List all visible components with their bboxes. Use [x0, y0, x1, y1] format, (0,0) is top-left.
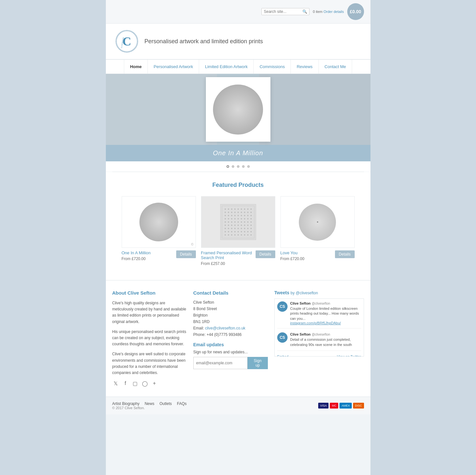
hero-image-container [106, 74, 370, 145]
tweet-avatar-2: CS [277, 332, 288, 343]
svg-point-22 [250, 212, 252, 213]
svg-point-79 [231, 234, 232, 236]
svg-point-74 [244, 231, 245, 232]
product-details-btn-3[interactable]: Details [335, 250, 355, 258]
footer-about-col: About Clive Sefton Clive's high quality … [112, 290, 187, 387]
googleplus-icon[interactable]: + [151, 380, 158, 387]
email-updates-input[interactable] [193, 357, 248, 369]
instagram-icon[interactable]: ▢ [132, 380, 139, 387]
view-on-twitter-link[interactable]: View on Twitter [337, 355, 361, 357]
top-bar: 🔍 0 item Order details £0.00 [106, 0, 370, 24]
featured-title: Featured Products [112, 182, 364, 188]
tweet-text-2: Detail of a commission just completed, c… [290, 337, 361, 347]
svg-point-31 [250, 215, 252, 216]
svg-point-19 [241, 212, 242, 213]
svg-point-58 [250, 225, 252, 226]
product-art-circle-1 [139, 203, 178, 241]
svg-point-80 [234, 234, 236, 236]
footer-link-news[interactable]: News [145, 401, 154, 406]
order-details-link[interactable]: Order details [324, 10, 344, 14]
tweet-content-2: Clive Sefton @clivesefton Detail of a co… [290, 332, 361, 347]
svg-point-69 [228, 231, 229, 232]
main-nav: Home Personalised Artwork Limited Editio… [106, 59, 370, 74]
contact-phone: Phone: +44 (0)7775 993486 [193, 332, 268, 337]
svg-point-47 [244, 221, 245, 223]
footer-about-para1: Clive's high quality designs are meticul… [112, 300, 187, 325]
amex-icon: AMEX [339, 403, 352, 409]
contact-phone-label: Phone: [193, 332, 206, 337]
svg-point-29 [244, 215, 245, 216]
slider-dot-1[interactable] [227, 165, 229, 168]
contact-phone-number: +44 (0)7775 993486 [207, 332, 241, 337]
contact-address2: Brighton [193, 313, 268, 318]
svg-point-14 [225, 212, 226, 213]
nav-contact-me[interactable]: Contact Me [319, 60, 352, 74]
contact-name: Clive Sefton [193, 300, 268, 305]
svg-point-45 [238, 221, 239, 223]
product-card-2: // Grid dots rendered via SVG inline [201, 196, 275, 270]
footer-about-title: About Clive Sefton [112, 290, 187, 296]
tweet-item-1: CS Clive Sefton @clivesefton Couple of L… [277, 301, 361, 328]
tweets-header: Tweets by @clivesefton [274, 290, 364, 295]
contact-email-label: Email: [193, 326, 204, 330]
tweet-avatar-1: CS [277, 301, 288, 312]
svg-point-13 [250, 208, 252, 210]
footer-about-para2: His unique personalised word search prin… [112, 329, 187, 348]
svg-point-39 [247, 218, 248, 219]
embed-link[interactable]: Embed [277, 355, 289, 357]
email-updates-text: Sign up for news and updates... [193, 350, 268, 354]
nav-personalised-artwork[interactable]: Personalised Artwork [148, 60, 199, 74]
search-button[interactable]: 🔍 [302, 9, 307, 14]
hero-bg-left [106, 74, 217, 145]
svg-point-35 [234, 218, 236, 219]
svg-point-53 [234, 225, 236, 226]
cart-info: 0 item Order details [313, 10, 344, 14]
tweets-label: Tweets [274, 290, 289, 295]
tweet-link-1[interactable]: instagram.com/p/BRf5JhpDAbu/ [290, 321, 341, 325]
tweet-name-2: Clive Sefton [290, 332, 311, 336]
product-details-btn-2[interactable]: Details [256, 250, 275, 258]
footer-link-faqs[interactable]: FAQs [177, 401, 187, 406]
contact-email-link[interactable]: clive@clivesefton.co.uk [205, 326, 245, 330]
footer-tweets-col: Tweets by @clivesefton CS Clive Sefton @… [274, 290, 364, 387]
svg-text:C: C [122, 35, 131, 48]
svg-point-62 [234, 228, 236, 229]
svg-point-82 [241, 234, 242, 236]
svg-point-75 [247, 231, 248, 232]
hero-bg-right [259, 74, 370, 145]
discover-icon: DISC [353, 403, 364, 409]
slider-dot-4[interactable] [242, 165, 245, 168]
svg-point-33 [228, 218, 229, 219]
product-watermark-1: © [191, 243, 193, 246]
slider-dot-3[interactable] [237, 165, 239, 168]
svg-point-17 [234, 212, 236, 213]
svg-point-41 [225, 221, 226, 223]
tweets-actions: Embed View on Twitter [277, 355, 361, 357]
footer-link-outlets[interactable]: Outlets [159, 401, 172, 406]
footer-link-biography[interactable]: Artist Biography [112, 401, 140, 406]
svg-point-30 [247, 215, 248, 216]
search-form[interactable]: 🔍 [261, 8, 309, 15]
product-details-btn-1[interactable]: Details [176, 250, 196, 258]
svg-point-48 [247, 221, 248, 223]
nav-commissions[interactable]: Commissions [254, 60, 291, 74]
pinterest-icon[interactable]: ◯ [141, 380, 148, 387]
svg-point-6 [228, 208, 229, 210]
product-name-1: One In A Million [122, 250, 151, 255]
slider-dot-5[interactable] [247, 165, 250, 168]
slider-dot-2[interactable] [232, 165, 234, 168]
svg-point-7 [231, 208, 232, 210]
nav-limited-edition[interactable]: Limited Edition Artwork [199, 60, 254, 74]
facebook-icon[interactable]: f [122, 380, 129, 387]
svg-point-72 [238, 231, 239, 232]
svg-point-24 [228, 215, 229, 216]
signup-button[interactable]: Sign up [248, 357, 268, 369]
svg-point-71 [234, 231, 236, 232]
cart-badge[interactable]: £0.00 [347, 3, 364, 20]
search-input[interactable] [264, 9, 302, 14]
twitter-icon[interactable]: 𝕏 [112, 380, 119, 387]
site-logo[interactable]: C CLIVESEFTON [116, 30, 138, 53]
hero-caption: One In A Million [106, 145, 370, 161]
nav-home[interactable]: Home [124, 60, 148, 74]
nav-reviews[interactable]: Reviews [291, 60, 319, 74]
